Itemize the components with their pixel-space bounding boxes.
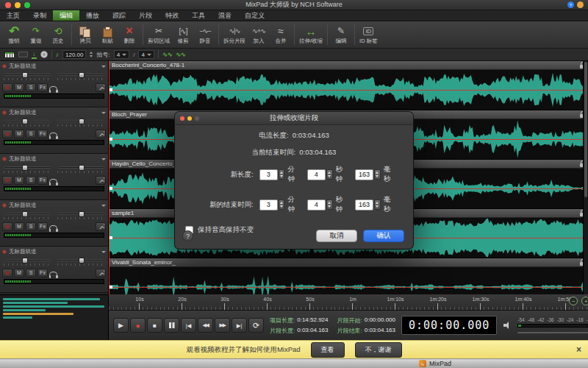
cancel-button[interactable]: 取消 xyxy=(316,230,357,242)
volume-envelope-line[interactable] xyxy=(109,90,588,91)
vertical-scrollbar[interactable] xyxy=(583,61,588,294)
toolbar-edit-button[interactable]: 编辑 xyxy=(330,22,352,47)
clip-header[interactable]: Boccherini_Concerto_478-1 xyxy=(109,61,588,70)
dialog-close-icon[interactable] xyxy=(180,116,184,121)
record-arm-icon[interactable] xyxy=(2,110,7,115)
help-icon[interactable]: ? xyxy=(567,1,574,8)
minutes-input[interactable] xyxy=(259,199,278,210)
store-icon[interactable] xyxy=(577,1,584,8)
transport-loop-button[interactable] xyxy=(248,318,264,333)
minutes-input[interactable] xyxy=(259,169,278,180)
envelope-node[interactable] xyxy=(110,187,112,190)
tab-4[interactable]: 跟踪 xyxy=(106,10,132,21)
tab-6[interactable]: 特效 xyxy=(159,10,185,21)
toolbar-stretch-button[interactable]: 拉伸/收缩 xyxy=(297,22,325,47)
dismiss-button[interactable]: 不，谢谢 xyxy=(355,342,402,358)
headphones-icon[interactable] xyxy=(49,86,57,91)
clip-waveform[interactable] xyxy=(109,267,588,294)
master-volume-slider[interactable] xyxy=(517,329,588,336)
waveform-view-icon[interactable] xyxy=(162,51,172,58)
record-enable-button[interactable] xyxy=(2,176,12,185)
record-enable-button[interactable] xyxy=(2,222,12,231)
solo-button[interactable]: S xyxy=(26,83,36,92)
tab-2[interactable]: 编辑 xyxy=(53,10,79,21)
pan-slider[interactable] xyxy=(57,71,105,81)
track-tools-button[interactable] xyxy=(96,269,106,277)
track-name[interactable]: 无标题轨道 xyxy=(9,109,37,116)
milliseconds-input[interactable] xyxy=(355,169,373,180)
fx-button[interactable]: Fx xyxy=(37,83,48,92)
toolbar-undo-button[interactable]: 撤销 xyxy=(3,22,25,47)
tab-0[interactable]: 主页 xyxy=(0,10,26,21)
fx-button[interactable]: Fx xyxy=(37,176,48,185)
clip-row[interactable]: Boccherini_Concerto_478-1 xyxy=(109,61,588,110)
minutes-stepper[interactable] xyxy=(279,199,285,210)
volume-envelope-line[interactable] xyxy=(109,287,588,288)
track-tools-button[interactable] xyxy=(96,83,106,92)
envelope-node[interactable] xyxy=(110,286,112,289)
track-name[interactable]: 无标题轨道 xyxy=(9,63,37,70)
track-name[interactable]: 无标题轨道 xyxy=(9,155,37,163)
tab-8[interactable]: 混音 xyxy=(212,10,238,21)
dialog-minimize-icon[interactable] xyxy=(187,116,192,121)
tab-5[interactable]: 片段 xyxy=(132,10,159,21)
record-arm-icon[interactable] xyxy=(2,157,7,161)
headphones-icon[interactable] xyxy=(49,225,57,230)
toolbar-trim-button[interactable]: 修剪 xyxy=(172,22,194,47)
transport-rewind-button[interactable] xyxy=(198,318,213,333)
solo-button[interactable]: S xyxy=(26,269,36,277)
toolbar-delete-button[interactable]: 删除 xyxy=(118,22,140,47)
import-audio-icon[interactable] xyxy=(32,51,37,59)
transport-play-button[interactable] xyxy=(113,318,129,333)
playhead-cursor[interactable] xyxy=(109,61,110,294)
overview-clip-bar[interactable] xyxy=(3,302,68,304)
toolbar-redo-button[interactable]: 重做 xyxy=(25,22,47,47)
scrollbar-thumb[interactable] xyxy=(584,62,587,197)
transport-pause-button[interactable] xyxy=(164,318,179,333)
tab-3[interactable]: 播放 xyxy=(79,10,106,21)
tab-1[interactable]: 录制 xyxy=(26,10,53,21)
tab-7[interactable]: 工具 xyxy=(185,10,212,21)
fx-button[interactable]: Fx xyxy=(37,222,48,231)
headphones-icon[interactable] xyxy=(49,132,57,138)
overview-clip-bar[interactable] xyxy=(3,298,100,300)
midi-keyboard-icon[interactable] xyxy=(18,52,28,57)
cd-icon[interactable] xyxy=(40,51,48,58)
zoom-in-icon[interactable] xyxy=(581,297,588,305)
fx-button[interactable]: Fx xyxy=(37,269,48,277)
record-enable-button[interactable] xyxy=(2,130,12,138)
solo-button[interactable]: S xyxy=(26,176,36,185)
pan-slider[interactable] xyxy=(57,257,105,266)
track-menu-icon[interactable] xyxy=(101,66,106,68)
seconds-stepper[interactable] xyxy=(326,169,333,180)
seconds-input[interactable] xyxy=(307,169,326,180)
volume-slider[interactable] xyxy=(4,164,51,174)
milliseconds-stepper[interactable] xyxy=(374,199,381,210)
mute-button[interactable]: M xyxy=(14,83,24,92)
envelope-node[interactable] xyxy=(110,138,112,141)
toolbar-paste-button[interactable]: 粘贴 xyxy=(96,22,118,47)
volume-slider[interactable] xyxy=(4,257,51,266)
envelope-node[interactable] xyxy=(110,236,112,239)
transport-forward-button[interactable] xyxy=(215,318,230,333)
spectrum-view-icon[interactable] xyxy=(176,51,185,58)
speaker-icon[interactable] xyxy=(503,321,512,330)
headphones-icon[interactable] xyxy=(49,179,57,184)
seconds-input[interactable] xyxy=(307,199,326,210)
view-tutorial-button[interactable]: 查看 xyxy=(311,342,345,358)
clip-header[interactable]: Vivaldi_Sonata_eminor_ xyxy=(109,258,588,267)
fx-button[interactable]: Fx xyxy=(37,130,48,138)
headphones-icon[interactable] xyxy=(49,272,57,277)
zoom-out-icon[interactable] xyxy=(569,297,578,305)
tab-9[interactable]: 自定义 xyxy=(238,10,271,21)
mute-button[interactable]: M xyxy=(14,130,24,138)
confirm-button[interactable]: 确认 xyxy=(363,230,404,242)
transport-record-button[interactable] xyxy=(130,318,146,333)
overview-clip-bar[interactable] xyxy=(3,316,32,319)
milliseconds-input[interactable] xyxy=(355,199,373,210)
project-overview[interactable] xyxy=(0,294,109,340)
toolbar-id-tag-button[interactable]: ID 标签 xyxy=(357,22,380,47)
track-menu-icon[interactable] xyxy=(101,158,106,160)
track-menu-icon[interactable] xyxy=(101,205,106,207)
seconds-stepper[interactable] xyxy=(326,199,333,210)
